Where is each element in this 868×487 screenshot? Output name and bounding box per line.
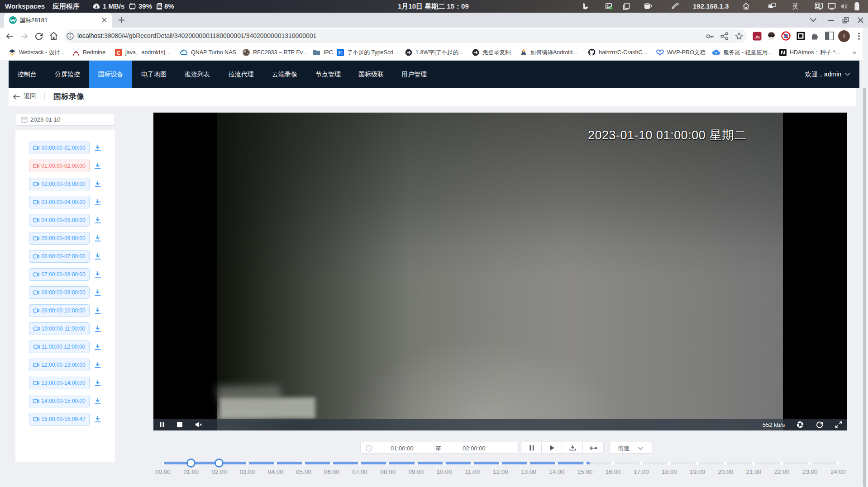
svg-text:JS: JS	[754, 34, 760, 39]
svg-text:C: C	[117, 50, 120, 55]
svg-text:知: 知	[338, 50, 343, 55]
svg-text:WVP-PRO: WVP-PRO	[657, 53, 664, 55]
